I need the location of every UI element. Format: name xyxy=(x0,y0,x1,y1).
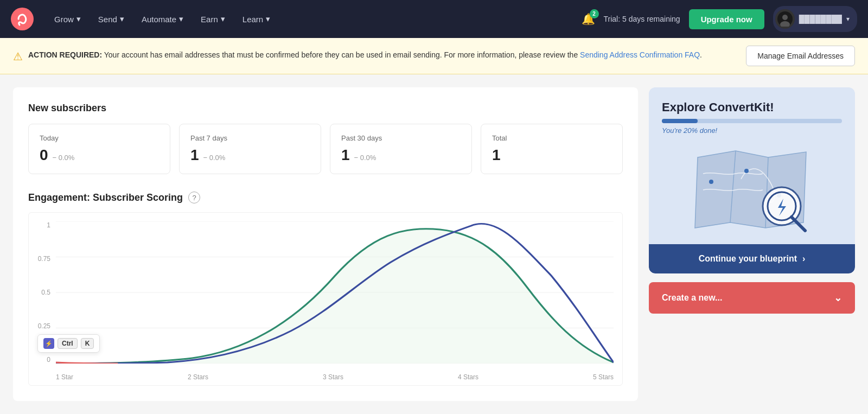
y-label-1: 1 xyxy=(29,221,50,229)
stat-change-30days: − 0.0% xyxy=(354,154,376,162)
svg-point-13 xyxy=(744,169,749,173)
lightning-icon: ⚡ xyxy=(43,338,54,349)
x-label-5stars: 5 Stars xyxy=(593,373,614,381)
chevron-right-icon: › xyxy=(802,254,805,264)
warning-icon: ⚠ xyxy=(13,50,23,63)
x-label-4stars: 4 Stars xyxy=(458,373,478,381)
stat-change-today: − 0.0% xyxy=(53,154,75,162)
continue-blueprint-button[interactable]: Continue your blueprint › xyxy=(649,244,855,273)
stat-label-30days: Past 30 days xyxy=(341,134,461,142)
svg-point-0 xyxy=(11,8,34,30)
new-subscribers-title: New subscribers xyxy=(28,103,623,114)
right-column: Explore ConvertKit! You're 20% done! xyxy=(649,87,855,401)
notifications-bell[interactable]: 🔔 2 xyxy=(582,12,595,26)
stat-label-7days: Past 7 days xyxy=(190,134,310,142)
y-label-025: 0.25 xyxy=(29,322,50,330)
y-label-075: 0.75 xyxy=(29,255,50,263)
explore-illustration xyxy=(649,141,855,244)
chevron-down-icon: ▾ xyxy=(266,14,270,24)
nav-right: 🔔 2 Trial: 5 days remaining Upgrade now … xyxy=(582,6,857,32)
subscriber-scoring-chart: 1 0.75 0.5 0.25 0 xyxy=(28,212,623,386)
map-illustration xyxy=(687,147,817,239)
engagement-header: Engagement: Subscriber Scoring ? xyxy=(28,192,623,203)
create-new-button[interactable]: Create a new... ⌄ xyxy=(649,282,855,314)
navbar: Grow ▾ Send ▾ Automate ▾ Earn ▾ Learn ▾ … xyxy=(0,0,868,38)
chevron-down-icon: ▾ xyxy=(76,14,81,24)
nav-item-send[interactable]: Send ▾ xyxy=(91,10,132,28)
stat-value-7days: 1 xyxy=(190,147,199,164)
upgrade-button[interactable]: Upgrade now xyxy=(689,9,764,29)
alert-banner: ⚠ ACTION REQUIRED: Your account has emai… xyxy=(0,38,868,74)
y-label-0: 0 xyxy=(29,356,50,364)
stat-label-today: Today xyxy=(40,134,159,142)
user-menu[interactable]: ████████ ▾ xyxy=(773,6,857,32)
y-label-05: 0.5 xyxy=(29,289,50,296)
logo[interactable] xyxy=(11,8,34,30)
x-axis: 1 Star 2 Stars 3 Stars 4 Stars 5 Stars xyxy=(56,373,614,381)
stat-card-7days: Past 7 days 1 − 0.0% xyxy=(179,124,321,174)
trial-text: Trial: 5 days remaining xyxy=(604,15,680,23)
progress-fill xyxy=(662,119,698,123)
explore-title: Explore ConvertKit! xyxy=(662,100,842,114)
username-text: ████████ xyxy=(799,15,842,23)
stat-change-7days: − 0.0% xyxy=(203,154,226,162)
nav-item-learn[interactable]: Learn ▾ xyxy=(235,10,278,28)
stat-value-30days: 1 xyxy=(341,147,350,164)
progress-text: You're 20% done! xyxy=(662,126,842,135)
x-label-2stars: 2 Stars xyxy=(188,373,208,381)
progress-track xyxy=(662,119,842,123)
chevron-down-icon: ⌄ xyxy=(834,292,842,304)
nav-item-earn[interactable]: Earn ▾ xyxy=(193,10,233,28)
x-label-3stars: 3 Stars xyxy=(323,373,343,381)
chart-svg xyxy=(56,221,614,364)
stat-label-total: Total xyxy=(492,134,611,142)
user-chevron-icon: ▾ xyxy=(846,15,850,23)
k-key: K xyxy=(81,338,94,349)
manage-email-button[interactable]: Manage Email Addresses xyxy=(746,46,855,66)
notification-badge: 2 xyxy=(590,9,599,18)
left-column: New subscribers Today 0 − 0.0% Past 7 da… xyxy=(13,87,638,401)
chevron-down-icon: ▾ xyxy=(221,14,225,24)
chevron-down-icon: ▾ xyxy=(179,14,183,24)
keyboard-shortcut-tooltip: ⚡ Ctrl K xyxy=(37,334,100,353)
stat-card-30days: Past 30 days 1 − 0.0% xyxy=(330,124,472,174)
help-icon[interactable]: ? xyxy=(188,192,200,203)
svg-point-12 xyxy=(709,180,713,184)
chevron-down-icon: ▾ xyxy=(120,14,124,24)
stat-value-total: 1 xyxy=(492,147,501,164)
stat-card-total: Total 1 xyxy=(481,124,623,174)
ctrl-key: Ctrl xyxy=(58,338,78,349)
x-label-1star: 1 Star xyxy=(56,373,73,381)
engagement-title: Engagement: Subscriber Scoring xyxy=(28,192,183,203)
stat-value-today: 0 xyxy=(40,147,48,164)
svg-point-2 xyxy=(782,15,788,20)
nav-item-grow[interactable]: Grow ▾ xyxy=(47,10,88,28)
explore-card: Explore ConvertKit! You're 20% done! xyxy=(649,87,855,273)
faq-link[interactable]: Sending Address Confirmation FAQ xyxy=(580,50,700,59)
stat-cards: Today 0 − 0.0% Past 7 days 1 − 0.0% Past… xyxy=(28,124,623,174)
avatar xyxy=(775,9,795,29)
main-content: New subscribers Today 0 − 0.0% Past 7 da… xyxy=(0,74,868,414)
alert-text: ACTION REQUIRED: Your account has email … xyxy=(28,49,702,61)
stat-card-today: Today 0 − 0.0% xyxy=(28,124,170,174)
nav-items: Grow ▾ Send ▾ Automate ▾ Earn ▾ Learn ▾ xyxy=(47,10,582,28)
nav-item-automate[interactable]: Automate ▾ xyxy=(134,10,191,28)
